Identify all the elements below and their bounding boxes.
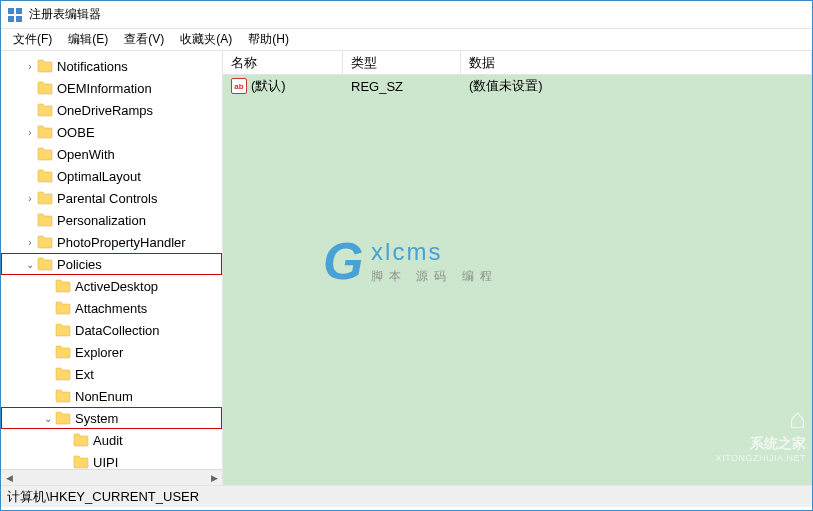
content-area: ›NotificationsOEMInformationOneDriveRamp…: [1, 51, 812, 485]
chevron-down-icon[interactable]: ⌄: [41, 411, 55, 425]
scroll-right-icon[interactable]: ▶: [206, 470, 222, 486]
folder-icon: [55, 367, 71, 381]
folder-icon: [55, 389, 71, 403]
tree-label: UIPI: [93, 455, 118, 470]
window-title: 注册表编辑器: [29, 6, 101, 23]
tree-item-parental-controls[interactable]: ›Parental Controls: [1, 187, 222, 209]
tree-label: Attachments: [75, 301, 147, 316]
column-type[interactable]: 类型: [343, 51, 461, 74]
expander-spacer: [41, 301, 55, 315]
folder-icon: [37, 257, 53, 271]
expander-spacer: [23, 147, 37, 161]
folder-icon: [55, 345, 71, 359]
folder-icon: [55, 411, 71, 425]
tree-label: System: [75, 411, 118, 426]
expander-spacer: [23, 169, 37, 183]
corner-cn: 系统之家: [716, 435, 806, 453]
menu-file[interactable]: 文件(F): [5, 29, 60, 50]
tree-label: ActiveDesktop: [75, 279, 158, 294]
svg-rect-0: [8, 8, 14, 14]
tree-pane: ›NotificationsOEMInformationOneDriveRamp…: [1, 51, 223, 485]
tree-item-audit[interactable]: Audit: [1, 429, 222, 451]
chevron-right-icon[interactable]: ›: [23, 235, 37, 249]
registry-tree[interactable]: ›NotificationsOEMInformationOneDriveRamp…: [1, 51, 222, 469]
scroll-track[interactable]: [17, 470, 206, 486]
tree-item-nonenum[interactable]: NonEnum: [1, 385, 222, 407]
folder-icon: [37, 169, 53, 183]
folder-icon: [37, 235, 53, 249]
tree-label: Audit: [93, 433, 123, 448]
tree-item-activedesktop[interactable]: ActiveDesktop: [1, 275, 222, 297]
chevron-right-icon[interactable]: ›: [23, 59, 37, 73]
corner-en: XITONGZHIJIA.NET: [716, 453, 806, 463]
watermark-center: G xlcms 脚本 源码 编程: [323, 231, 498, 291]
status-path: 计算机\HKEY_CURRENT_USER: [7, 488, 199, 506]
expander-spacer: [41, 367, 55, 381]
values-pane: 名称 类型 数据 ab(默认)REG_SZ(数值未设置) G xlcms 脚本 …: [223, 51, 812, 485]
folder-icon: [37, 59, 53, 73]
tree-item-ext[interactable]: Ext: [1, 363, 222, 385]
tree-label: OpenWith: [57, 147, 115, 162]
tree-item-policies[interactable]: ⌄Policies: [1, 253, 222, 275]
expander-spacer: [41, 323, 55, 337]
value-row[interactable]: ab(默认)REG_SZ(数值未设置): [223, 75, 812, 97]
watermark-sub: 脚本 源码 编程: [371, 268, 498, 285]
string-value-icon: ab: [231, 78, 247, 94]
tree-item-photopropertyhandler[interactable]: ›PhotoPropertyHandler: [1, 231, 222, 253]
folder-icon: [37, 81, 53, 95]
values-list[interactable]: ab(默认)REG_SZ(数值未设置): [223, 75, 812, 97]
tree-item-oobe[interactable]: ›OOBE: [1, 121, 222, 143]
tree-item-system[interactable]: ⌄System: [1, 407, 222, 429]
tree-item-openwith[interactable]: OpenWith: [1, 143, 222, 165]
value-data: (数值未设置): [461, 77, 812, 95]
svg-rect-2: [8, 16, 14, 22]
folder-icon: [37, 147, 53, 161]
horizontal-scrollbar[interactable]: ◀ ▶: [1, 469, 222, 485]
chevron-down-icon[interactable]: ⌄: [23, 257, 37, 271]
tree-item-explorer[interactable]: Explorer: [1, 341, 222, 363]
value-type: REG_SZ: [343, 79, 461, 94]
value-name: (默认): [251, 77, 286, 95]
column-data[interactable]: 数据: [461, 51, 812, 74]
folder-icon: [55, 279, 71, 293]
folder-icon: [55, 323, 71, 337]
expander-spacer: [23, 81, 37, 95]
expander-spacer: [59, 455, 73, 469]
expander-spacer: [59, 433, 73, 447]
tree-label: Notifications: [57, 59, 128, 74]
chevron-right-icon[interactable]: ›: [23, 125, 37, 139]
menu-view[interactable]: 查看(V): [116, 29, 172, 50]
watermark-g: G: [323, 231, 363, 291]
tree-label: Parental Controls: [57, 191, 157, 206]
column-name[interactable]: 名称: [223, 51, 343, 74]
tree-item-uipi[interactable]: UIPI: [1, 451, 222, 469]
tree-item-optimallayout[interactable]: OptimalLayout: [1, 165, 222, 187]
svg-rect-3: [16, 16, 22, 22]
tree-label: DataCollection: [75, 323, 160, 338]
tree-item-onedriveramps[interactable]: OneDriveRamps: [1, 99, 222, 121]
tree-label: Ext: [75, 367, 94, 382]
app-icon: [7, 7, 23, 23]
menu-favorites[interactable]: 收藏夹(A): [172, 29, 240, 50]
tree-item-datacollection[interactable]: DataCollection: [1, 319, 222, 341]
scroll-left-icon[interactable]: ◀: [1, 470, 17, 486]
menu-bar: 文件(F) 编辑(E) 查看(V) 收藏夹(A) 帮助(H): [1, 29, 812, 51]
tree-item-oeminformation[interactable]: OEMInformation: [1, 77, 222, 99]
tree-label: PhotoPropertyHandler: [57, 235, 186, 250]
expander-spacer: [23, 213, 37, 227]
tree-item-notifications[interactable]: ›Notifications: [1, 55, 222, 77]
folder-icon: [37, 103, 53, 117]
tree-item-personalization[interactable]: Personalization: [1, 209, 222, 231]
title-bar: 注册表编辑器: [1, 1, 812, 29]
menu-edit[interactable]: 编辑(E): [60, 29, 116, 50]
folder-icon: [73, 433, 89, 447]
folder-icon: [37, 191, 53, 205]
watermark-main: xlcms: [371, 238, 498, 266]
expander-spacer: [41, 279, 55, 293]
chevron-right-icon[interactable]: ›: [23, 191, 37, 205]
tree-label: OneDriveRamps: [57, 103, 153, 118]
tree-label: OEMInformation: [57, 81, 152, 96]
house-icon: ⌂: [716, 403, 806, 435]
menu-help[interactable]: 帮助(H): [240, 29, 297, 50]
tree-item-attachments[interactable]: Attachments: [1, 297, 222, 319]
